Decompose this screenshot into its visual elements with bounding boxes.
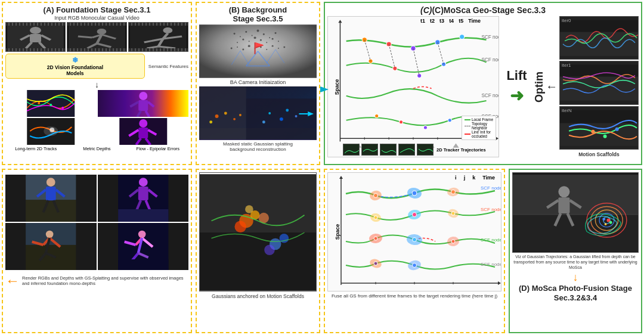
svg-point-217 <box>412 191 417 196</box>
video-frame-3 <box>128 22 188 52</box>
track-frame-1 <box>343 144 360 156</box>
video-frame-2 <box>67 22 127 52</box>
svg-rect-38 <box>138 128 148 138</box>
iter1-image: iter1 <box>559 61 639 104</box>
svg-point-144 <box>603 134 607 138</box>
rgb-person-svg-2 <box>5 223 97 270</box>
metric-label: Metric Depths <box>66 146 127 151</box>
semantic-svg <box>98 118 189 145</box>
panel-c-content: t1 t2 t3 t4 t5 Time Space <box>327 16 639 157</box>
svg-point-115 <box>375 114 379 117</box>
optim-column: Optim ↓ iter0 <box>534 16 639 157</box>
svg-point-46 <box>245 31 247 33</box>
svg-rect-23 <box>27 90 75 117</box>
track-frame-5 <box>417 144 434 156</box>
svg-rect-184 <box>200 175 316 233</box>
arrow-down-foundation: ↓ <box>5 80 188 89</box>
svg-line-10 <box>78 36 92 38</box>
long-term-label: Long-term 2D Tracks <box>5 146 66 151</box>
svg-rect-162 <box>118 209 168 222</box>
lift-arrow-icon: ➜ <box>510 86 524 106</box>
svg-rect-229 <box>513 175 638 215</box>
tracker-traj-label: 2D Tracker Trajectories <box>436 147 486 153</box>
track-frame-3 <box>380 144 397 156</box>
svg-point-54 <box>249 41 250 42</box>
svg-point-59 <box>278 41 279 42</box>
gaussians-scene-svg <box>200 173 316 291</box>
legend-local-frame-line <box>465 119 470 120</box>
legend-topology: TopologyNeighbor <box>465 122 493 130</box>
legend-box: Local Frame TopologyNeighbor Line Init f… <box>462 116 496 140</box>
panel-a-subtitle: Input RGB Monocular Casual Video <box>5 15 188 21</box>
svg-text:SCF node 3: SCF node 3 <box>481 237 501 243</box>
svg-point-216 <box>374 194 378 198</box>
svg-point-93 <box>262 120 265 123</box>
bottom-labels: Long-term 2D Tracks Metric Depths Flow -… <box>5 146 188 151</box>
t5-label: t5 <box>459 18 463 24</box>
render-arrow-row: ← Render RGBs and Depths with GS-Splatti… <box>5 272 188 289</box>
orange-arrow-icon: ↓ <box>512 271 639 284</box>
ba-camera-image <box>199 24 317 78</box>
svg-rect-2 <box>30 34 41 42</box>
panel-b-title: (B) Background Stage Sec.3.5 <box>199 5 317 23</box>
svg-point-50 <box>269 37 270 38</box>
trajectory-main-diagram: t1 t2 t3 t4 t5 Time Space <box>327 16 499 157</box>
svg-rect-28 <box>138 100 148 111</box>
svg-point-66 <box>266 49 267 50</box>
panel-c: (C)(C)MoSca Geo-Stage Sec.3.3 t1 t2 t3 t… <box>324 2 642 165</box>
svg-point-145 <box>615 127 619 131</box>
ba-label: BA Camera Initiaization <box>199 79 317 85</box>
svg-point-220 <box>413 213 417 217</box>
perf-bot-3 <box>129 48 188 51</box>
svg-text:SCF node 2: SCF node 2 <box>481 207 501 212</box>
svg-rect-183 <box>200 232 316 291</box>
sub-images-grid <box>5 90 188 145</box>
t4-label: t4 <box>449 18 454 24</box>
svg-point-110 <box>460 35 465 39</box>
cyan-arrow-to-c <box>320 83 332 98</box>
optim-label: Optim <box>533 72 546 103</box>
svg-point-112 <box>393 66 397 70</box>
panel-d-bml: Gaussians anchored on Motion Scaffolds <box>196 169 320 333</box>
time-axis-labels: t1 t2 t3 t4 t5 Time <box>420 18 481 24</box>
time-label: Time <box>468 18 481 24</box>
snowflake-icon: ❄ <box>72 56 78 64</box>
svg-point-223 <box>413 238 417 242</box>
iter1-label: iter1 <box>562 63 571 68</box>
depth-svg-1 <box>98 175 189 222</box>
svg-point-25 <box>49 104 52 106</box>
svg-point-56 <box>260 39 262 41</box>
foundation-row: ❄ 2D Vision FoundationalModels Semantic … <box>5 54 188 79</box>
svg-point-85 <box>224 112 227 115</box>
svg-point-69 <box>283 46 285 48</box>
svg-point-55 <box>254 36 256 39</box>
svg-point-243 <box>602 218 605 221</box>
svg-point-37 <box>139 119 147 128</box>
render-label-text: Render RGBs and Depths with GS-Splatting… <box>22 275 188 286</box>
svg-point-245 <box>605 223 607 225</box>
track-frame-2 <box>361 144 378 156</box>
iterN-image: iterN <box>559 106 639 150</box>
bottom-grid-images <box>5 175 188 270</box>
svg-point-24 <box>38 102 40 104</box>
svg-rect-70 <box>255 42 256 54</box>
svg-point-48 <box>257 30 259 32</box>
svg-text:SCF node 4: SCF node 4 <box>481 262 501 267</box>
svg-point-45 <box>240 36 241 37</box>
viz-scene-svg <box>513 173 638 253</box>
svg-text:SCF node 1: SCF node 1 <box>481 185 501 191</box>
fuse-svg: SCF node 1 SCF node 2 SCF node 3 SCF nod… <box>328 173 501 291</box>
svg-rect-82 <box>199 87 246 140</box>
svg-point-35 <box>49 128 54 132</box>
svg-point-89 <box>286 109 289 112</box>
svg-point-218 <box>451 190 456 194</box>
fuse-traj-diagram: i j k Time Space <box>327 172 501 291</box>
panel-d-br: Viz of Gaussian Trajectories: a Gaussian… <box>509 169 642 333</box>
svg-point-87 <box>209 120 212 123</box>
svg-rect-164 <box>26 245 76 270</box>
svg-point-118 <box>448 119 451 122</box>
t2-label: t2 <box>430 18 435 24</box>
t3-label: t3 <box>439 18 444 24</box>
foundation-model-label: 2D Vision FoundationalModels <box>47 64 103 76</box>
iter-images-container: iter0 iter1 <box>559 16 639 157</box>
